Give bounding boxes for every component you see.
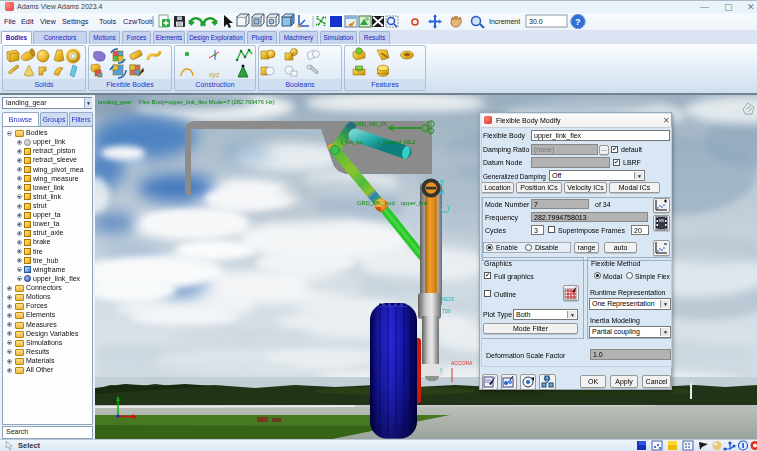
svg-text:t_ground_ML2: t_ground_ML2 [378,139,415,145]
svg-text:t_lnk_bo: t_lnk_bo [341,139,363,145]
svg-text:upper_link: upper_link [401,200,428,206]
svg-text:30.0: 30.0 [529,18,543,25]
svg-text:Flex Body=upper_link_flex Mode: Flex Body=upper_link_flex Mode=7 (282.79… [139,99,275,105]
svg-text:landing_gear: landing_gear [98,99,132,105]
svg-text:Increment: Increment [489,18,520,25]
svg-text:xyz: xyz [208,71,220,79]
svg-text:ACCORA: ACCORA [451,360,473,366]
svg-text:?: ? [575,17,581,27]
svg-text:NED5: NED5 [442,297,455,302]
svg-text:GRD_MK_bod: GRD_MK_bod [357,200,395,206]
svg-text:GRD_MK_Pl: GRD_MK_Pl [353,121,386,127]
svg-text:TD6: TD6 [442,309,451,314]
